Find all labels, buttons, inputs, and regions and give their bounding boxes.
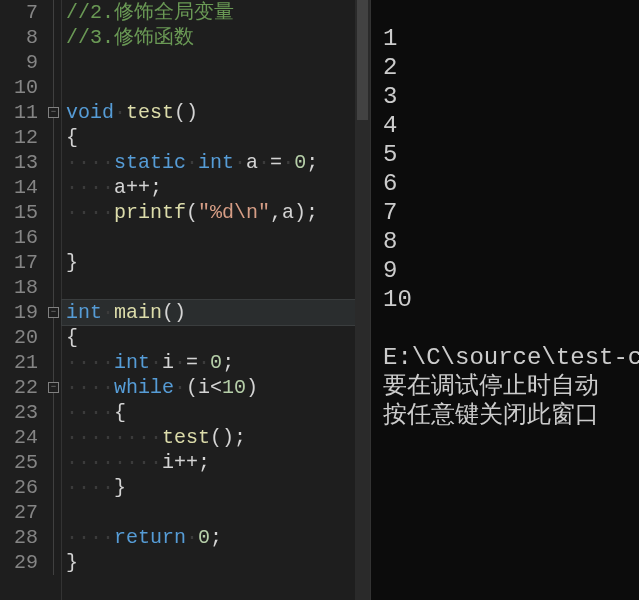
code-line[interactable]: ····printf("%d\n",a); (62, 200, 370, 225)
terminal-output-line: 4 (383, 111, 627, 140)
code-line[interactable]: ····a++; (62, 175, 370, 200)
code-line[interactable]: } (62, 250, 370, 275)
terminal-output-line: 2 (383, 53, 627, 82)
line-number: 15 (0, 200, 38, 225)
code-line[interactable]: ····} (62, 475, 370, 500)
terminal-status-line: E:\C\source\test-c (383, 343, 627, 372)
line-number: 26 (0, 475, 38, 500)
line-number: 13 (0, 150, 38, 175)
code-line[interactable]: void·test() (62, 100, 370, 125)
line-number: 12 (0, 125, 38, 150)
terminal-status-line: 要在调试停止时自动 (383, 372, 627, 401)
terminal-output-line: 10 (383, 285, 627, 314)
code-line[interactable]: ········i++; (62, 450, 370, 475)
code-editor-pane: 7891011121314151617181920212223242526272… (0, 0, 370, 600)
code-line[interactable]: } (62, 550, 370, 575)
code-line[interactable] (62, 500, 370, 525)
line-number: 27 (0, 500, 38, 525)
fold-toggle[interactable]: − (48, 307, 59, 318)
code-line[interactable]: ····static·int·a·=·0; (62, 150, 370, 175)
terminal-output-line: 5 (383, 140, 627, 169)
line-number: 29 (0, 550, 38, 575)
code-line[interactable]: { (62, 325, 370, 350)
code-line[interactable] (62, 75, 370, 100)
scrollbar-thumb[interactable] (357, 0, 368, 120)
line-number: 23 (0, 400, 38, 425)
terminal-output-line: 6 (383, 169, 627, 198)
editor-scrollbar[interactable] (355, 0, 370, 600)
line-number: 14 (0, 175, 38, 200)
line-number: 9 (0, 50, 38, 75)
terminal-output-line: 9 (383, 256, 627, 285)
line-number: 19 (0, 300, 38, 325)
line-number: 8 (0, 25, 38, 50)
terminal-output-line: 8 (383, 227, 627, 256)
line-number: 17 (0, 250, 38, 275)
code-line[interactable]: ····return·0; (62, 525, 370, 550)
line-number: 25 (0, 450, 38, 475)
line-number: 7 (0, 0, 38, 25)
line-number: 20 (0, 325, 38, 350)
line-number: 28 (0, 525, 38, 550)
code-line[interactable]: ····{ (62, 400, 370, 425)
line-number: 10 (0, 75, 38, 100)
code-line[interactable] (62, 275, 370, 300)
line-number-gutter: 7891011121314151617181920212223242526272… (0, 0, 46, 600)
terminal-output-pane[interactable]: 12345678910E:\C\source\test-c要在调试停止时自动按任… (370, 0, 639, 600)
code-line[interactable]: { (62, 125, 370, 150)
line-number: 18 (0, 275, 38, 300)
code-line[interactable]: ····while·(i<10) (62, 375, 370, 400)
terminal-status-line (383, 314, 627, 343)
fold-toggle[interactable]: − (48, 382, 59, 393)
line-number: 22 (0, 375, 38, 400)
line-number: 11 (0, 100, 38, 125)
terminal-output-line: 1 (383, 24, 627, 53)
fold-column: −−− (46, 0, 62, 600)
code-line[interactable]: ········test(); (62, 425, 370, 450)
code-line[interactable]: int·main() (62, 300, 370, 325)
line-number: 16 (0, 225, 38, 250)
terminal-output-line: 3 (383, 82, 627, 111)
code-line[interactable]: //2.修饰全局变量 (62, 0, 370, 25)
code-line[interactable]: ····int·i·=·0; (62, 350, 370, 375)
code-area[interactable]: //2.修饰全局变量//3.修饰函数void·test(){····static… (62, 0, 370, 600)
code-line[interactable]: //3.修饰函数 (62, 25, 370, 50)
code-line[interactable] (62, 50, 370, 75)
line-number: 24 (0, 425, 38, 450)
fold-toggle[interactable]: − (48, 107, 59, 118)
terminal-output-line: 7 (383, 198, 627, 227)
line-number: 21 (0, 350, 38, 375)
code-line[interactable] (62, 225, 370, 250)
terminal-status-line: 按任意键关闭此窗口 (383, 401, 627, 430)
